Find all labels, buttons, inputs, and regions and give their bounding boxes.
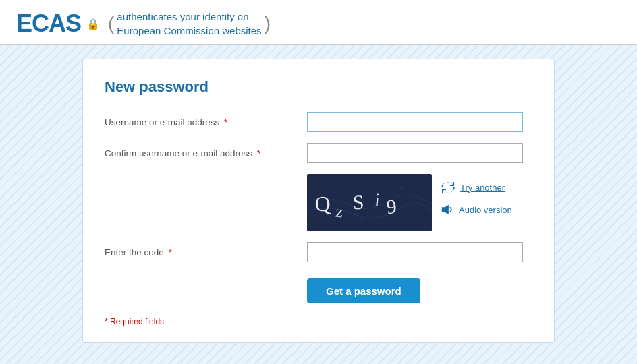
svg-rect-4 bbox=[401, 187, 403, 189]
svg-rect-7 bbox=[361, 221, 362, 222]
ecas-logo: ECAS bbox=[16, 9, 81, 38]
enter-code-label: Enter the code * bbox=[105, 247, 307, 257]
captcha-image: Q z S i 9 bbox=[307, 174, 432, 231]
page-header: ECAS 🔒 ( authenticates your identity on … bbox=[0, 0, 637, 45]
svg-rect-3 bbox=[375, 179, 376, 181]
required-note: * Required fields bbox=[105, 317, 532, 326]
captcha-row: Q z S i 9 Try another bbox=[307, 174, 532, 231]
refresh-icon bbox=[440, 179, 456, 195]
svg-text:Q: Q bbox=[314, 191, 331, 216]
svg-rect-1 bbox=[314, 177, 315, 179]
paren-open: ( bbox=[108, 13, 114, 34]
audio-version-link[interactable]: Audio version bbox=[459, 205, 512, 215]
paren-close: ) bbox=[265, 13, 271, 34]
try-another-item[interactable]: Try another bbox=[440, 179, 512, 195]
audio-version-item[interactable]: Audio version bbox=[440, 202, 512, 217]
svg-rect-5 bbox=[422, 181, 423, 182]
svg-rect-9 bbox=[415, 211, 416, 212]
form-title: New password bbox=[105, 78, 532, 96]
captcha-code-input[interactable] bbox=[307, 242, 523, 262]
confirm-username-input[interactable] bbox=[307, 143, 523, 163]
header-tagline: authenticates your identity on European … bbox=[117, 9, 261, 38]
svg-rect-8 bbox=[388, 218, 389, 219]
svg-text:S: S bbox=[352, 191, 364, 214]
audio-icon bbox=[440, 202, 455, 217]
get-password-button[interactable]: Get a password bbox=[307, 278, 420, 303]
try-another-link[interactable]: Try another bbox=[460, 183, 505, 193]
username-required-star: * bbox=[224, 117, 227, 127]
captcha-actions: Try another Audio version bbox=[440, 174, 512, 217]
enter-code-row: Enter the code * bbox=[105, 242, 532, 262]
lock-icon: 🔒 bbox=[86, 18, 100, 30]
svg-rect-2 bbox=[341, 184, 342, 185]
captcha-svg: Q z S i 9 bbox=[307, 174, 432, 231]
confirm-required-star: * bbox=[257, 148, 260, 158]
username-input[interactable] bbox=[307, 112, 523, 132]
username-row: Username or e-mail address * bbox=[105, 112, 532, 132]
confirm-username-row: Confirm username or e-mail address * bbox=[105, 143, 532, 163]
main-area: New password Username or e-mail address … bbox=[0, 45, 637, 364]
code-required-star: * bbox=[169, 247, 172, 257]
confirm-username-label: Confirm username or e-mail address * bbox=[105, 148, 307, 158]
username-label: Username or e-mail address * bbox=[105, 117, 307, 127]
svg-marker-15 bbox=[442, 205, 449, 215]
form-card: New password Username or e-mail address … bbox=[82, 59, 555, 343]
